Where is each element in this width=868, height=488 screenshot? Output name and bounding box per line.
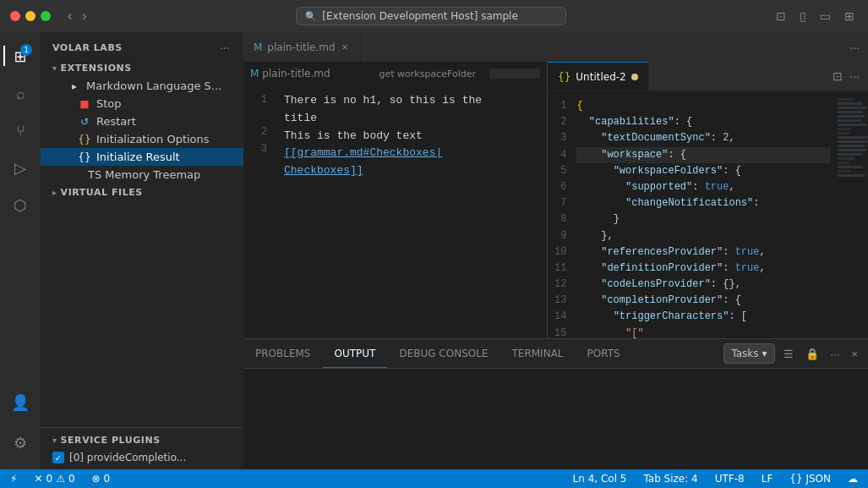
status-cursor[interactable]: Ln 4, Col 5 [570,473,631,485]
panel-close-button[interactable]: × [848,346,861,362]
right-line-numbers: 1 2 3 4 5 6 7 8 9 10 11 12 13 14 [548,91,573,338]
minimize-button[interactable] [25,11,35,21]
panel-list-icon[interactable]: ☰ [780,346,797,362]
json-line-1: { [576,98,831,114]
right-json-editor[interactable]: 1 2 3 4 5 6 7 8 9 10 11 12 13 14 [548,91,868,338]
layout-icon[interactable]: ⊡ [772,8,789,25]
sync-icon: ☁ [848,473,858,485]
forward-button[interactable]: › [79,7,90,25]
service-plugins-header[interactable]: ▾ Service Plugins [41,431,243,449]
json-icon: {} [78,134,91,145]
activity-run[interactable]: ▷ [3,151,37,184]
left-editor-content[interactable]: 1 2 3 There is no h1, so this is the tit… [243,85,547,338]
status-language[interactable]: {} JSON [786,473,834,485]
service-plugins-label: Service Plugins [61,435,161,446]
service-plugin-label: [0] provideCompletio... [69,452,186,463]
status-line-ending[interactable]: LF [758,473,777,485]
back-button[interactable]: ‹ [64,7,75,25]
sidebar-toggle-icon[interactable]: ▯ [796,8,810,25]
panel-more-button[interactable]: ··· [827,346,843,362]
activity-bottom: 👤 ⚙ [3,385,37,469]
sidebar-item-label: Markdown Language S... [86,80,221,92]
tab-plain-title[interactable]: M plain-title.md × [243,32,361,62]
service-plugin-item[interactable]: ✓ [0] provideCompletio... [41,449,243,466]
search-activity-icon: ⌕ [16,85,25,102]
more-layout-icon[interactable]: ⊞ [841,8,858,25]
sidebar-item-ts-memory[interactable]: TS Memory Treemap [41,166,243,184]
tab-bar-more-button[interactable]: ··· [848,39,861,56]
left-code-content[interactable]: There is no h1, so this is the title Thi… [277,85,547,338]
right-json-content[interactable]: { "capabilities": { "textDocumentSync": … [573,91,834,338]
status-encoding[interactable]: UTF-8 [712,473,748,485]
activity-extensions[interactable]: ⊞ 1 [3,39,37,73]
panel-layout-icon[interactable]: ▭ [816,8,834,25]
chevron-down2-icon: ▾ [52,436,57,445]
panel: PROBLEMS OUTPUT DEBUG CONSOLE TERMINAL P… [243,338,868,469]
panel-tasks-dropdown[interactable]: Tasks ▾ [723,343,774,364]
tab-size-text: Tab Size: 4 [643,473,697,485]
settings-icon: ⚙ [14,434,27,452]
extensions-section-header[interactable]: ▾ Extensions [41,59,243,77]
extensions-badge: 1 [20,44,32,56]
search-text: [Extension Development Host] sample [322,10,517,22]
virtual-files-label: Virtual Files [61,187,143,198]
dirty-indicator [631,74,638,80]
sidebar-bottom: ▾ Service Plugins ✓ [0] provideCompletio… [41,427,243,469]
chevron-down-icon: ▾ [52,63,57,73]
sidebar-actions: ··· [218,39,232,56]
json-line-10: "referencesProvider": true, [576,244,831,260]
panel-tab-debug-console[interactable]: DEBUG CONSOLE [387,339,500,368]
account-icon: 👤 [11,393,30,411]
virtual-files-section-header[interactable]: ▸ Virtual Files [41,184,243,201]
sidebar-item-init-options[interactable]: {} Initialization Options [41,130,243,148]
title-search-bar[interactable]: 🔍 [Extension Development Host] sample [296,7,566,25]
status-sync[interactable]: ☁ [844,473,861,485]
panel-tab-terminal[interactable]: TERMINAL [500,339,576,368]
json-line-9: }, [576,228,831,244]
panel-tab-ports[interactable]: PORTS [576,339,632,368]
split-editor-icon[interactable]: ⊡ [831,68,844,85]
panel-tab-problems[interactable]: PROBLEMS [243,339,323,368]
sidebar-item-restart[interactable]: ↺ Restart [41,112,243,130]
status-remote[interactable]: ⚡ [7,473,20,485]
markdown-tab-icon: M [254,41,262,53]
status-errors[interactable]: ✕ 0 ⚠ 0 [30,473,78,485]
json-line-13: "completionProvider": { [576,293,831,309]
left-line-numbers: 1 2 3 [243,85,277,338]
sidebar-item-init-options-label: Initialization Options [96,133,210,145]
right-tab-more-button[interactable]: ··· [848,68,861,85]
status-info[interactable]: ⊗ 0 [89,473,114,485]
json-line-7: "changeNotifications": [576,195,831,211]
left-editor-pane: M plain-title.md get workspaceFolder 1 2… [243,62,547,338]
activity-settings[interactable]: ⚙ [3,425,37,459]
panel-tab-output[interactable]: OUTPUT [323,339,388,368]
sidebar-item-markdown[interactable]: ▸ Markdown Language S... [41,77,243,95]
sidebar-more-button[interactable]: ··· [218,39,232,56]
activity-source-control[interactable]: ⑂ [3,113,37,147]
json-line-4: "workspace": { [576,147,831,163]
sidebar-item-init-result[interactable]: {} Initialize Result [41,148,243,166]
workspace-folder-minimap [489,69,540,79]
workspace-folder-text: get workspaceFolder [379,69,476,80]
minimap [834,91,868,338]
search-icon: 🔍 [305,11,317,22]
right-tab-untitled2[interactable]: {} Untitled-2 [548,62,649,90]
right-tab-label: Untitled-2 [576,71,625,83]
error-count: 0 [46,473,53,485]
sidebar-item-ts-memory-label: TS Memory Treemap [88,168,200,181]
activity-search[interactable]: ⌕ [3,76,37,110]
status-left: ⚡ ✕ 0 ⚠ 0 ⊗ 0 [7,473,113,485]
activity-extensions2[interactable]: ⬡ [3,188,37,222]
status-tab-size[interactable]: Tab Size: 4 [640,473,701,485]
panel-lock-icon[interactable]: 🔒 [802,346,822,362]
code-line-3: [[grammar.md#Checkboxes| [284,145,540,162]
maximize-button[interactable] [41,11,51,21]
panel-content[interactable] [243,369,868,469]
checkbox-checked-icon: ✓ [52,452,64,463]
tab-close-button[interactable]: × [341,41,350,53]
sidebar-item-stop[interactable]: ■ Stop [41,95,243,112]
chevron-right2-icon: ▸ [52,188,57,197]
close-button[interactable] [10,11,20,21]
info-icon: ⊗ [92,473,101,485]
activity-account[interactable]: 👤 [3,385,37,419]
